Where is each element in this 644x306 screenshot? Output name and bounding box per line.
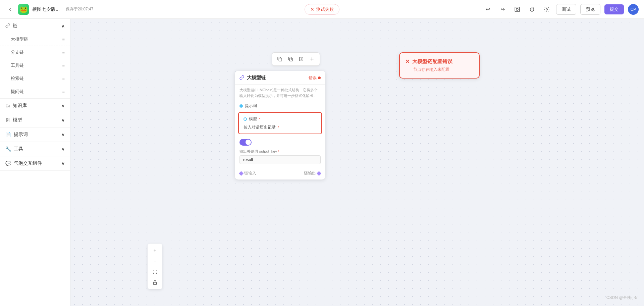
input-diamond-icon — [239, 171, 244, 175]
settings-button[interactable] — [541, 4, 552, 15]
svg-rect-6 — [289, 58, 292, 61]
canvas-area[interactable]: 大模型链 错误 大模型链(LLMChain)是一种批式结构，它将多个输入转化为模… — [70, 19, 644, 306]
screenshot-button[interactable] — [512, 4, 523, 15]
section-bubble-label: 气泡交互组件 — [14, 160, 42, 166]
sidebar-item-tool-chain[interactable]: 工具链 ≡ — [0, 59, 70, 72]
chain-link-icon — [5, 23, 10, 29]
watermark: CSDN @全栈小5 — [606, 295, 637, 301]
node-title: 大模型链 — [239, 75, 266, 81]
zoom-out-button[interactable]: − — [150, 256, 160, 266]
avatar[interactable]: CP — [628, 4, 639, 15]
section-model: 🗄 模型 ∨ — [0, 113, 70, 128]
undo-button[interactable]: ↩ — [482, 4, 493, 15]
chain-input-label: 链输入 — [244, 170, 256, 176]
section-bubble-header[interactable]: 💬 气泡交互组件 ∨ — [0, 156, 70, 170]
svg-point-3 — [546, 8, 548, 10]
app-icon: 🐸 — [18, 4, 29, 15]
preview-button[interactable]: 预览 — [580, 4, 600, 15]
node-title-text: 大模型链 — [247, 75, 266, 81]
chevron-up-icon: ∧ — [61, 23, 65, 29]
bubble-icon: 💬 — [5, 161, 11, 166]
tool-chain-label: 工具链 — [11, 62, 24, 68]
node-error-label: 错误 — [309, 75, 317, 81]
toolbar-copy-button[interactable] — [275, 55, 284, 63]
output-field: 输出关键词 output_key * — [235, 148, 325, 167]
output-keyword-input[interactable] — [239, 155, 321, 164]
section-chain-header[interactable]: 链 ∧ — [0, 19, 70, 33]
toolbar-export-button[interactable] — [297, 55, 306, 63]
sidebar-item-llm-chain[interactable]: 大模型链 ≡ — [0, 33, 70, 46]
main-layout: 链 ∧ 大模型链 ≡ 分支链 ≡ 工具链 ≡ 检索链 ≡ 提问链 — [0, 19, 644, 306]
header: ‹ 🐸 梗图七夕版... 保存于20:07:47 ✕ 测试失败 ↩ ↪ — [0, 0, 644, 19]
drag-icon-branch: ≡ — [62, 50, 65, 55]
sidebar-item-question-chain[interactable]: 提问链 ≡ — [0, 85, 70, 98]
drag-icon-question: ≡ — [62, 89, 65, 94]
svg-point-1 — [516, 8, 518, 10]
app-title: 梗图七夕版... — [32, 6, 60, 12]
output-required-star: * — [278, 150, 279, 154]
branch-chain-label: 分支链 — [11, 49, 24, 55]
node-card-llm: 大模型链 错误 大模型链(LLMChain)是一种批式结构，它将多个输入转化为模… — [235, 71, 325, 180]
drag-icon-tool: ≡ — [62, 63, 65, 68]
x-icon: ✕ — [310, 7, 314, 12]
prompt-field-label: 提示词 — [245, 103, 257, 109]
svg-rect-0 — [515, 7, 520, 12]
output-keyword-label: 输出关键词 output_key * — [239, 149, 321, 154]
lock-button[interactable] — [150, 278, 160, 287]
toggle-section — [235, 137, 325, 148]
section-knowledge-header[interactable]: 🗂 知识库 ∨ — [0, 99, 70, 113]
tools-icon: 🔧 — [5, 146, 11, 152]
section-tools-header[interactable]: 🔧 工具 ∨ — [0, 142, 70, 156]
toolbar-duplicate-button[interactable] — [286, 55, 295, 63]
section-knowledge: 🗂 知识库 ∨ — [0, 99, 70, 113]
section-prompt-header[interactable]: 📄 提示词 ∨ — [0, 128, 70, 142]
toolbar-add-button[interactable] — [308, 55, 316, 63]
test-button[interactable]: 测试 — [556, 4, 576, 15]
history-field-label: 传入对话历史记录 — [244, 124, 276, 130]
submit-button[interactable]: 提交 — [604, 4, 624, 14]
sidebar: 链 ∧ 大模型链 ≡ 分支链 ≡ 工具链 ≡ 检索链 ≡ 提问链 — [0, 19, 70, 306]
back-button[interactable]: ‹ — [5, 5, 15, 14]
section-chain-label: 链 — [13, 23, 17, 29]
section-prompt: 📄 提示词 ∨ — [0, 128, 70, 142]
zoom-in-button[interactable]: + — [150, 246, 160, 255]
node-footer: 链输入 链输出 — [235, 167, 325, 180]
svg-rect-4 — [279, 58, 282, 61]
test-fail-badge: ✕ 测试失败 — [305, 4, 339, 15]
section-bubble: 💬 气泡交互组件 ∨ — [0, 156, 70, 171]
section-tools: 🔧 工具 ∨ — [0, 142, 70, 156]
knowledge-icon: 🗂 — [5, 103, 10, 108]
error-popup-description: 节点存在输入未配置 — [405, 67, 474, 72]
node-field-prompt: 提示词 — [235, 101, 325, 111]
error-popup-title-text: 大模型链配置错误 — [412, 58, 452, 65]
error-x-icon: ✕ — [405, 58, 410, 65]
section-prompt-label: 提示词 — [14, 132, 28, 138]
section-tools-label: 工具 — [14, 146, 23, 152]
section-model-header[interactable]: 🗄 模型 ∨ — [0, 113, 70, 127]
node-card-header: 大模型链 错误 — [235, 71, 325, 85]
fit-view-button[interactable] — [150, 267, 160, 276]
node-error-dot — [318, 76, 321, 79]
chevron-down-icon-model: ∨ — [61, 117, 65, 123]
app-emoji: 🐸 — [19, 5, 28, 13]
history-required-star: * — [278, 125, 279, 130]
chain-output-label: 链输出 — [304, 170, 316, 176]
search-chain-label: 检索链 — [11, 75, 24, 82]
toggle-button[interactable] — [239, 139, 252, 146]
error-popup: ✕ 大模型链配置错误 节点存在输入未配置 — [399, 52, 480, 79]
prompt-icon: 📄 — [5, 132, 11, 137]
chain-output-connector: 链输出 — [304, 170, 321, 176]
question-chain-label: 提问链 — [11, 89, 24, 95]
node-field-model: 模型 * — [240, 115, 320, 123]
field-circle-prompt — [239, 104, 243, 108]
node-link-icon — [239, 75, 244, 81]
chevron-down-icon-bubble: ∨ — [61, 161, 65, 166]
redo-button[interactable]: ↪ — [497, 4, 508, 15]
sidebar-item-search-chain[interactable]: 检索链 ≡ — [0, 72, 70, 85]
chain-input-connector: 链输入 — [239, 170, 256, 176]
chevron-down-icon-prompt: ∨ — [61, 132, 65, 137]
sidebar-item-branch-chain[interactable]: 分支链 ≡ — [0, 46, 70, 59]
section-knowledge-label: 知识库 — [13, 103, 27, 109]
node-error-badge: 错误 — [309, 75, 321, 81]
timer-button[interactable] — [527, 4, 537, 15]
